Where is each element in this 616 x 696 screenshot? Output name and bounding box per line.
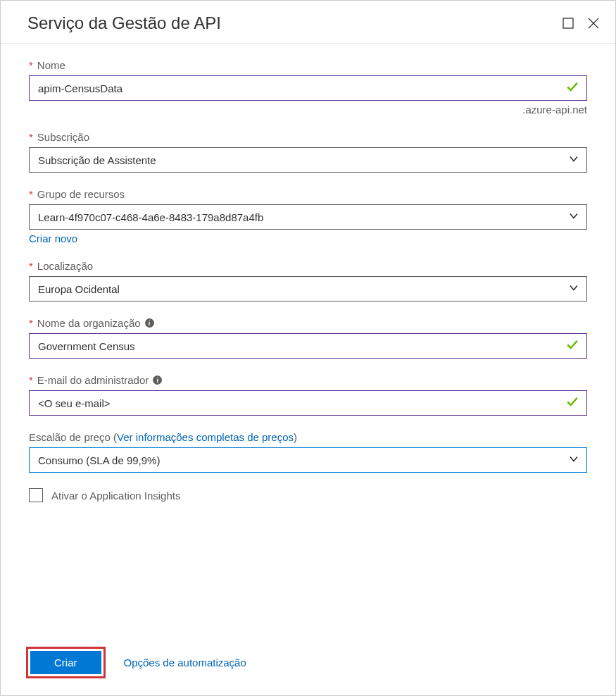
app-insights-row: Ativar o Application Insights (29, 488, 587, 502)
create-button-highlight: Criar (26, 647, 106, 678)
location-select[interactable]: Europa Ocidental (29, 276, 587, 302)
header-actions (562, 17, 600, 30)
info-icon[interactable]: i (145, 318, 154, 328)
resource-group-field: *Grupo de recursos Learn-4f970c07-c468-4… (29, 188, 587, 244)
org-name-input[interactable] (29, 333, 587, 359)
subscription-label: *Subscrição (29, 131, 587, 143)
close-icon[interactable] (587, 17, 600, 30)
create-button[interactable]: Criar (30, 651, 101, 674)
name-label: *Nome (29, 59, 587, 71)
resource-group-label: *Grupo de recursos (29, 188, 587, 200)
pricing-field: Escalão de preço (Ver informações comple… (29, 431, 587, 473)
info-icon[interactable]: i (153, 375, 162, 385)
subscription-select[interactable]: Subscrição de Assistente (29, 147, 587, 173)
form-content: *Nome .azure-api.net *Subscrição Subscri… (1, 44, 615, 633)
panel-footer: Criar Opções de automatização (1, 633, 615, 695)
name-field: *Nome (29, 59, 587, 101)
svg-rect-0 (563, 18, 573, 28)
panel-title: Serviço da Gestão de API (27, 13, 221, 33)
create-new-resource-group-link[interactable]: Criar novo (29, 232, 77, 244)
pricing-info-link[interactable]: Ver informações completas de preços (117, 431, 294, 443)
subscription-field: *Subscrição Subscrição de Assistente (29, 131, 587, 173)
expand-icon[interactable] (562, 17, 574, 30)
automation-options-link[interactable]: Opções de automatização (124, 657, 246, 669)
location-label: *Localização (29, 260, 587, 272)
app-insights-label: Ativar o Application Insights (51, 490, 180, 502)
app-insights-checkbox[interactable] (29, 488, 43, 502)
name-suffix: .azure-api.net (29, 104, 587, 116)
location-field: *Localização Europa Ocidental (29, 260, 587, 302)
resource-group-select[interactable]: Learn-4f970c07-c468-4a6e-8483-179a8d87a4… (29, 204, 587, 230)
admin-email-label: *E-mail do administrador i (29, 374, 587, 386)
name-input[interactable] (29, 75, 587, 101)
admin-email-field: *E-mail do administrador i (29, 374, 587, 416)
pricing-select[interactable]: Consumo (SLA de 99,9%) (29, 447, 587, 473)
org-name-label: *Nome da organização i (29, 317, 587, 329)
panel-header: Serviço da Gestão de API (1, 1, 615, 44)
pricing-label: Escalão de preço (Ver informações comple… (29, 431, 587, 443)
org-name-field: *Nome da organização i (29, 317, 587, 359)
admin-email-input[interactable] (29, 390, 587, 416)
